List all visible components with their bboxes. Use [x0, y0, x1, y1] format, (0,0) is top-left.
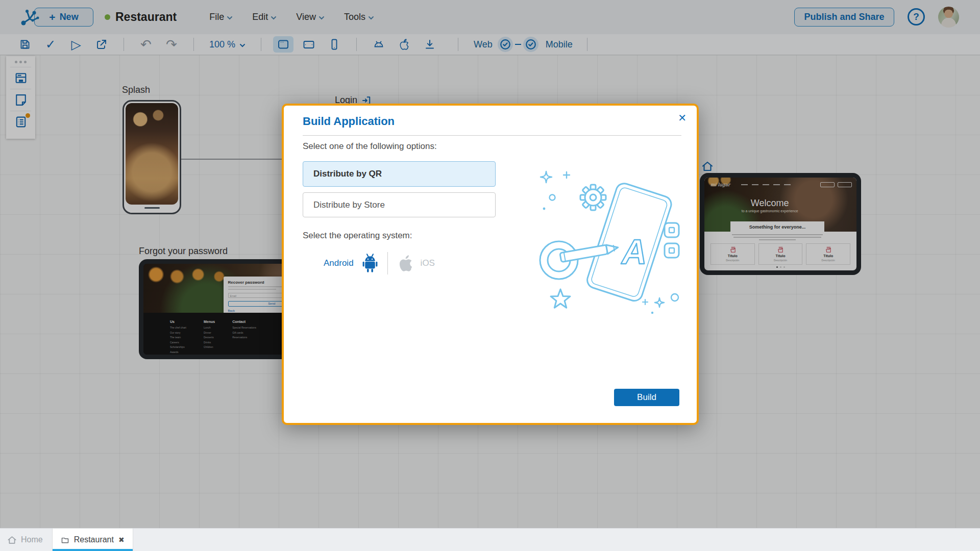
app-root: + New Restaurant File Edit View Tools Pu…	[0, 0, 980, 551]
tab-home-label: Home	[21, 535, 43, 544]
build-application-modal: Build Application ✕ Select one of the fo…	[282, 104, 699, 425]
option-distribute-by-store[interactable]: Distribute by Store	[303, 192, 496, 217]
tab-close-icon[interactable]: ✖	[118, 536, 125, 544]
option-distribute-by-qr[interactable]: Distribute by QR	[303, 161, 496, 187]
build-button[interactable]: Build	[614, 389, 679, 406]
project-tab-bar: Home Restaurant ✖	[0, 528, 980, 551]
os-divider	[387, 252, 388, 274]
close-icon[interactable]: ✕	[678, 112, 687, 124]
svg-text:A: A	[621, 232, 647, 271]
tab-home[interactable]: Home	[0, 529, 52, 551]
modal-divider	[303, 135, 681, 136]
android-label: Android	[324, 258, 354, 268]
os-selector: Android iOS	[324, 252, 435, 275]
folder-icon	[61, 536, 69, 544]
active-tab-underline	[53, 549, 133, 551]
tab-restaurant-active[interactable]: Restaurant ✖	[52, 529, 133, 551]
os-select-label: Select the operating system:	[303, 231, 412, 241]
android-robot-icon	[361, 253, 379, 273]
distribution-options-label: Select one of the following options:	[303, 141, 437, 152]
os-option-ios[interactable]: iOS	[396, 253, 435, 273]
os-option-android[interactable]: Android	[324, 253, 379, 273]
build-button-label: Build	[637, 392, 656, 403]
tab-restaurant-label: Restaurant	[74, 535, 114, 544]
home-icon	[7, 535, 17, 545]
option-qr-label: Distribute by QR	[313, 169, 382, 179]
modal-title: Build Application	[303, 115, 395, 128]
build-illustration: A	[531, 166, 689, 324]
option-store-label: Distribute by Store	[313, 200, 385, 210]
ios-label: iOS	[421, 258, 435, 268]
apple-icon	[396, 253, 415, 273]
